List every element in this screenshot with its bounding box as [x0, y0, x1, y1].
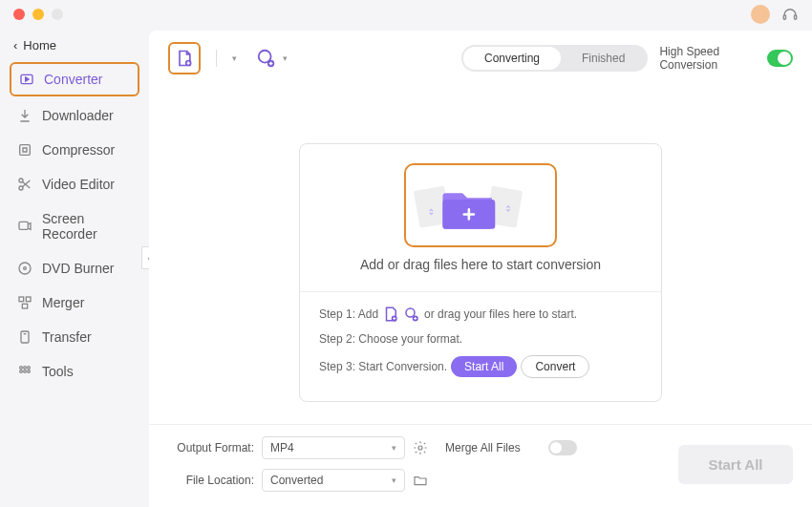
add-url-button[interactable]: ▾: [256, 48, 288, 69]
scissors-icon: [17, 177, 32, 192]
step-2: Step 2: Choose your format.: [319, 332, 642, 346]
convert-inline-button[interactable]: Convert: [521, 355, 589, 378]
disc-icon: [17, 261, 32, 276]
dropzone-text: Add or drag files here to start conversi…: [329, 257, 632, 272]
minimize-window[interactable]: [32, 9, 44, 20]
sidebar-item-compressor[interactable]: Compressor: [10, 135, 139, 165]
transfer-icon: [17, 329, 32, 345]
sidebar-item-transfer[interactable]: Transfer: [10, 322, 139, 352]
speed-label: High Speed Conversion: [659, 45, 759, 72]
sidebar-item-label: Merger: [42, 295, 84, 310]
svg-point-28: [418, 446, 422, 450]
add-file-button[interactable]: [168, 42, 201, 74]
svg-point-17: [24, 370, 27, 373]
folder-icon[interactable]: [413, 473, 438, 488]
sidebar-item-converter[interactable]: Converter: [10, 62, 139, 96]
sidebar-item-screen-recorder[interactable]: Screen Recorder: [10, 203, 139, 249]
separator: [216, 50, 217, 67]
svg-rect-3: [20, 145, 31, 156]
file-location-select[interactable]: Converted ▾: [262, 469, 405, 492]
sidebar: ‹ Home Converter Downloader Compressor: [0, 29, 149, 507]
sidebar-item-downloader[interactable]: Downloader: [10, 100, 139, 131]
svg-rect-1: [795, 15, 797, 20]
svg-rect-9: [19, 297, 24, 302]
url-add-icon: [403, 306, 420, 323]
step1-suffix: or drag your files here to start.: [424, 307, 577, 321]
tab-converting[interactable]: Converting: [463, 47, 561, 70]
maximize-window[interactable]: [52, 9, 63, 20]
download-icon: [17, 108, 32, 123]
avatar[interactable]: [751, 5, 770, 24]
sidebar-item-label: Screen Recorder: [42, 211, 132, 242]
sidebar-item-label: Video Editor: [42, 177, 115, 192]
output-format-label: Output Format:: [168, 441, 254, 454]
grid-icon: [17, 364, 32, 379]
svg-point-13: [20, 367, 23, 370]
merge-icon: [17, 295, 32, 310]
content: ▾ ▾ Converting Finished High Speed Conve…: [149, 31, 812, 507]
svg-rect-12: [21, 331, 29, 343]
back-label: Home: [23, 38, 56, 53]
sidebar-item-label: Compressor: [42, 142, 115, 158]
svg-rect-11: [22, 304, 27, 308]
sidebar-item-label: Transfer: [42, 329, 92, 345]
titlebar: [0, 0, 812, 29]
converter-icon: [19, 72, 34, 87]
start-all-inline-button[interactable]: Start All: [451, 356, 517, 377]
svg-rect-0: [783, 15, 785, 20]
sidebar-item-label: Converter: [44, 72, 102, 87]
sidebar-item-label: Downloader: [42, 108, 114, 123]
merge-toggle[interactable]: [548, 440, 577, 455]
svg-point-18: [28, 370, 31, 373]
svg-point-26: [406, 308, 415, 317]
add-file-dropdown[interactable]: ▾: [232, 53, 237, 63]
footer: Output Format: MP4 ▾ Merge All Files Sta…: [149, 424, 812, 507]
chevron-down-icon: ▾: [392, 475, 396, 485]
chevron-left-icon: ‹: [13, 38, 17, 53]
output-format-value: MP4: [270, 441, 294, 454]
support-icon[interactable]: [781, 6, 799, 23]
record-icon: [17, 219, 32, 234]
merge-label: Merge All Files: [445, 441, 541, 454]
svg-point-14: [24, 367, 27, 370]
sidebar-item-tools[interactable]: Tools: [10, 356, 139, 387]
output-format-select[interactable]: MP4 ▾: [262, 436, 405, 459]
speed-toggle-row: High Speed Conversion: [659, 45, 793, 72]
svg-rect-10: [26, 297, 31, 302]
chevron-down-icon: ▾: [283, 53, 288, 63]
status-tabs: Converting Finished: [461, 45, 648, 72]
svg-rect-6: [19, 222, 28, 229]
folder-graphic: [404, 163, 557, 247]
file-add-icon: [382, 306, 399, 323]
svg-point-8: [24, 267, 27, 270]
settings-icon[interactable]: [413, 440, 438, 455]
svg-point-7: [19, 263, 31, 274]
svg-point-16: [20, 370, 23, 373]
compress-icon: [17, 142, 32, 158]
back-button[interactable]: ‹ Home: [10, 36, 139, 62]
sidebar-item-video-editor[interactable]: Video Editor: [10, 169, 139, 200]
window-controls: [13, 9, 63, 20]
toolbar: ▾ ▾ Converting Finished High Speed Conve…: [149, 31, 812, 86]
step1-prefix: Step 1: Add: [319, 307, 378, 321]
chevron-down-icon: ▾: [392, 443, 396, 453]
step-3: Step 3: Start Conversion. Start All Conv…: [319, 355, 642, 378]
file-location-value: Converted: [270, 474, 323, 487]
steps: Step 1: Add or drag your files here to s…: [300, 291, 661, 401]
sidebar-item-dvd-burner[interactable]: DVD Burner: [10, 253, 139, 284]
svg-point-15: [28, 367, 31, 370]
sidebar-item-label: Tools: [42, 364, 74, 379]
sidebar-item-label: DVD Burner: [42, 261, 114, 276]
step3-prefix: Step 3: Start Conversion.: [319, 360, 447, 373]
step-1: Step 1: Add or drag your files here to s…: [319, 306, 642, 323]
file-location-label: File Location:: [168, 474, 254, 487]
dropzone[interactable]: Add or drag files here to start conversi…: [299, 143, 662, 402]
start-all-button[interactable]: Start All: [678, 445, 793, 484]
speed-toggle[interactable]: [767, 50, 793, 67]
tab-finished[interactable]: Finished: [561, 47, 646, 70]
sidebar-item-merger[interactable]: Merger: [10, 287, 139, 318]
close-window[interactable]: [13, 9, 25, 20]
